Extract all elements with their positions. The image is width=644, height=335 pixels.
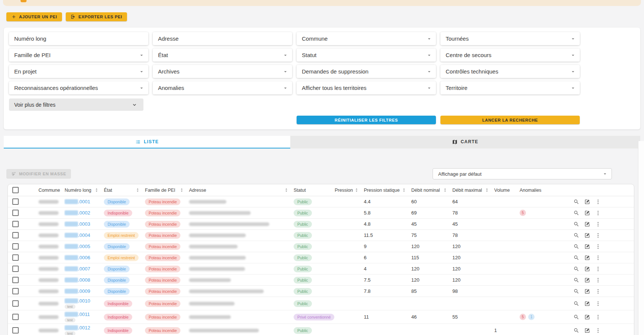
test-tag: test — [65, 318, 75, 322]
search-button[interactable]: LANCER LA RECHERCHE — [440, 116, 580, 124]
sort-icon[interactable] — [94, 188, 99, 192]
edit-button[interactable] — [584, 255, 590, 261]
filter-statut[interactable]: Statut — [297, 48, 436, 62]
view-button[interactable] — [573, 314, 579, 320]
filter-anomalies[interactable]: Anomalies — [153, 81, 292, 94]
row-menu-button[interactable] — [595, 255, 601, 261]
reset-filters-button[interactable]: RÉINITIALISER LES FILTRES — [297, 116, 436, 124]
display-mode-select[interactable]: Affichage par défaut — [433, 168, 612, 179]
numero-long-link[interactable]: .0006 — [78, 255, 90, 260]
tab-carte[interactable]: CARTE — [290, 136, 640, 148]
view-button[interactable] — [573, 277, 579, 283]
sort-icon[interactable] — [484, 188, 489, 192]
numero-long-link[interactable]: .0011 — [78, 311, 90, 317]
numero-long-link[interactable]: .0001 — [78, 199, 90, 204]
select-all-checkbox[interactable] — [12, 187, 19, 193]
edit-button[interactable] — [584, 301, 590, 307]
filter-reconnaissances-operationnelles[interactable]: Reconnaissances opérationnelles — [9, 81, 148, 94]
numero-long-link[interactable]: .0009 — [78, 288, 90, 294]
row-menu-button[interactable] — [595, 244, 601, 250]
row-checkbox[interactable] — [12, 221, 19, 227]
tab-liste[interactable]: LISTE — [4, 136, 290, 148]
filter-adresse[interactable]: Adresse — [153, 32, 292, 45]
filter-demandes-de-suppression[interactable]: Demandes de suppression — [297, 65, 436, 78]
row-checkbox[interactable] — [12, 327, 19, 334]
cell-statut: Public — [291, 327, 332, 334]
edit-button[interactable] — [584, 328, 590, 334]
view-button[interactable] — [573, 232, 579, 238]
view-button[interactable] — [573, 244, 579, 250]
filter-etat[interactable]: État — [153, 48, 292, 62]
numero-long-link[interactable]: .0003 — [78, 221, 90, 227]
row-checkbox[interactable] — [12, 300, 19, 307]
row-checkbox[interactable] — [12, 266, 19, 272]
row-menu-button[interactable] — [595, 210, 601, 216]
view-button[interactable] — [573, 301, 579, 307]
export-pei-button[interactable]: EXPORTER LES PEI — [66, 12, 127, 21]
filter-tournees[interactable]: Tournées — [440, 32, 580, 45]
view-button[interactable] — [573, 221, 579, 227]
row-checkbox[interactable] — [12, 314, 19, 320]
filter-numero-long[interactable]: Numéro long — [9, 32, 148, 45]
numero-long-link[interactable]: .0007 — [78, 266, 90, 272]
view-button[interactable] — [573, 266, 579, 272]
row-menu-button[interactable] — [595, 199, 601, 205]
filter-famille-de-pei[interactable]: Famille de PEI — [9, 48, 148, 62]
edit-button[interactable] — [584, 244, 590, 250]
edit-button[interactable] — [584, 288, 590, 294]
filter-centre-de-secours[interactable]: Centre de secours — [440, 48, 580, 62]
row-checkbox[interactable] — [12, 277, 19, 283]
add-pei-button[interactable]: AJOUTER UN PEI — [6, 12, 62, 21]
page-scrollbar[interactable] — [638, 141, 644, 335]
numero-long-link[interactable]: .0012 — [78, 325, 90, 331]
row-menu-button[interactable] — [595, 328, 601, 334]
view-button[interactable] — [573, 255, 579, 261]
sort-icon[interactable] — [179, 188, 184, 192]
sort-icon[interactable] — [135, 188, 140, 192]
filter-commune[interactable]: Commune — [297, 32, 436, 45]
row-checkbox[interactable] — [12, 210, 19, 216]
numero-long-link[interactable]: .0008 — [78, 277, 90, 283]
edit-button[interactable] — [584, 221, 590, 227]
edit-button[interactable] — [584, 232, 590, 238]
row-checkbox[interactable] — [12, 198, 19, 205]
row-menu-button[interactable] — [595, 314, 601, 320]
sort-icon[interactable] — [284, 188, 289, 192]
etat-badge: Emploi restreint — [104, 254, 139, 261]
adresse-redacted — [189, 200, 226, 204]
sort-icon[interactable] — [402, 188, 406, 192]
sort-icon[interactable] — [354, 188, 359, 192]
numero-long-link[interactable]: .0002 — [78, 210, 90, 216]
edit-button[interactable] — [584, 199, 590, 205]
edit-button[interactable] — [584, 210, 590, 216]
row-checkbox-cell — [8, 327, 32, 334]
numero-long-link[interactable]: .0005 — [78, 244, 90, 249]
row-checkbox[interactable] — [12, 288, 19, 294]
view-button[interactable] — [573, 288, 579, 294]
row-menu-button[interactable] — [595, 266, 601, 272]
filter-archives[interactable]: Archives — [153, 65, 292, 78]
row-menu-button[interactable] — [595, 232, 601, 238]
filter-en-projet[interactable]: En projet — [9, 65, 148, 78]
filter-afficher-tous-les-territoires[interactable]: Afficher tous les territoires — [297, 81, 436, 94]
row-menu-button[interactable] — [595, 277, 601, 283]
row-menu-button[interactable] — [595, 221, 601, 227]
row-menu-button[interactable] — [595, 288, 601, 294]
view-button[interactable] — [573, 199, 579, 205]
edit-button[interactable] — [584, 314, 590, 320]
row-checkbox[interactable] — [12, 243, 19, 250]
row-checkbox[interactable] — [12, 232, 19, 238]
sort-icon[interactable] — [443, 188, 448, 192]
numero-long-link[interactable]: .0004 — [78, 232, 90, 238]
filter-controles-techniques[interactable]: Contrôles techniques — [440, 65, 580, 78]
bulk-edit-button[interactable]: MODIFIER EN MASSE — [6, 169, 71, 179]
row-checkbox[interactable] — [12, 254, 19, 261]
view-button[interactable] — [573, 328, 579, 334]
row-menu-button[interactable] — [595, 301, 601, 307]
more-filters-button[interactable]: Voir plus de filtres — [9, 98, 143, 111]
view-button[interactable] — [573, 210, 579, 216]
numero-long-link[interactable]: .0010 — [78, 298, 90, 304]
filter-territoire[interactable]: Territoire — [440, 81, 580, 94]
edit-button[interactable] — [584, 266, 590, 272]
edit-button[interactable] — [584, 277, 590, 283]
